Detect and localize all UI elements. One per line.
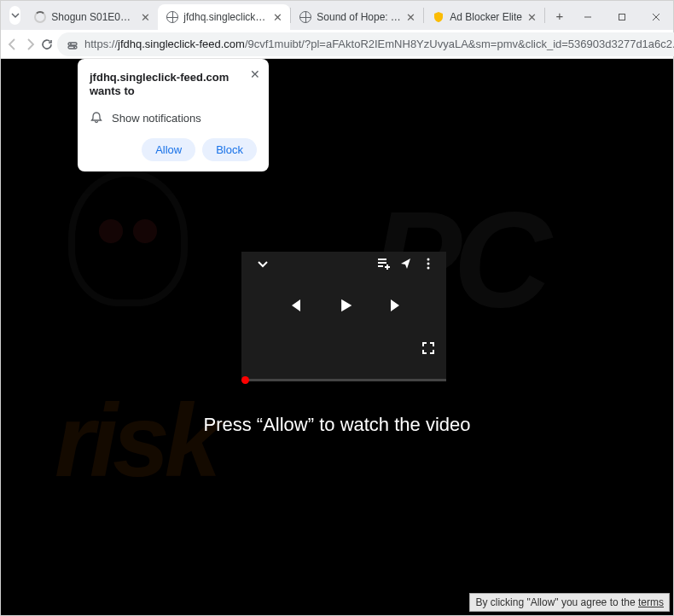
tab-separator <box>544 8 545 23</box>
tab-strip: Shogun S01E01.mp4 ✕ jfdhq.singleclick-fe… <box>26 1 571 30</box>
terms-footer: By clicking "Allow" you agree to the ter… <box>469 593 670 612</box>
share-icon[interactable] <box>397 254 415 273</box>
block-button[interactable]: Block <box>202 138 257 161</box>
svg-point-15 <box>427 259 430 261</box>
tab-title: Shogun S01E01.mp4 <box>51 11 136 23</box>
page-content: PC risk ✕ jfdhq.singleclick-feed.com wan… <box>1 59 673 615</box>
shield-icon <box>433 11 444 23</box>
site-settings-icon[interactable] <box>66 38 79 51</box>
video-player <box>241 252 446 380</box>
tab-title: Sound of Hope: The Story <box>317 11 401 23</box>
next-track-icon[interactable] <box>387 296 406 315</box>
new-tab-button[interactable]: + <box>549 4 571 26</box>
collapse-icon[interactable] <box>253 254 272 273</box>
progress-bar[interactable] <box>241 379 446 381</box>
svg-point-17 <box>427 267 430 270</box>
prompt-host: jfdhq.singleclick-feed.com <box>90 71 257 84</box>
reload-button[interactable] <box>40 32 54 56</box>
minimize-button[interactable] <box>571 4 605 30</box>
progress-handle[interactable] <box>241 376 249 384</box>
search-tabs-button[interactable] <box>9 6 20 25</box>
tab-title: Ad Blocker Elite <box>450 11 522 23</box>
bell-icon <box>90 111 103 125</box>
play-button[interactable] <box>336 296 355 315</box>
svg-point-4 <box>70 43 72 44</box>
tab-0[interactable]: Shogun S01E01.mp4 ✕ <box>26 4 158 30</box>
titlebar: Shogun S01E01.mp4 ✕ jfdhq.singleclick-fe… <box>1 1 673 30</box>
instruction-text: Press “Allow” to watch the video <box>1 414 673 436</box>
back-button[interactable] <box>6 32 20 56</box>
close-tab-icon[interactable]: ✕ <box>139 11 151 23</box>
terms-link[interactable]: terms <box>638 596 664 608</box>
svg-rect-2 <box>68 43 77 45</box>
fullscreen-icon[interactable] <box>419 339 438 357</box>
globe-icon <box>299 11 311 23</box>
globe-icon <box>166 11 178 23</box>
close-icon[interactable]: ✕ <box>250 67 260 81</box>
prompt-buttons: Allow Block <box>90 138 257 161</box>
toolbar: https://jfdhq.singleclick-feed.com/9cvf1… <box>1 30 673 59</box>
maximize-button[interactable] <box>605 4 639 30</box>
close-window-button[interactable] <box>639 4 673 30</box>
allow-button[interactable]: Allow <box>142 138 195 161</box>
tab-3[interactable]: Ad Blocker Elite ✕ <box>424 4 544 30</box>
close-tab-icon[interactable]: ✕ <box>271 11 283 23</box>
prompt-wants: wants to <box>90 84 257 97</box>
close-tab-icon[interactable]: ✕ <box>526 11 537 23</box>
svg-rect-1 <box>619 15 625 20</box>
url-text: https://jfdhq.singleclick-feed.com/9cvf1… <box>84 38 674 50</box>
address-bar[interactable]: https://jfdhq.singleclick-feed.com/9cvf1… <box>57 32 674 56</box>
svg-point-5 <box>73 46 75 48</box>
tab-1[interactable]: jfdhq.singleclick-feed.com/ ✕ <box>158 4 290 30</box>
forward-button[interactable] <box>23 32 37 56</box>
tab-2[interactable]: Sound of Hope: The Story ✕ <box>291 4 423 30</box>
loading-spinner-icon <box>34 11 46 23</box>
previous-track-icon[interactable] <box>285 296 304 315</box>
more-icon[interactable] <box>419 254 438 273</box>
close-tab-icon[interactable]: ✕ <box>404 11 416 23</box>
playlist-add-icon[interactable] <box>375 254 393 273</box>
svg-point-16 <box>427 263 430 265</box>
footer-text: By clicking "Allow" you agree to the <box>475 596 638 608</box>
browser-window: Shogun S01E01.mp4 ✕ jfdhq.singleclick-fe… <box>0 0 674 616</box>
permission-label: Show notifications <box>112 112 201 125</box>
svg-rect-3 <box>68 46 77 49</box>
tab-title: jfdhq.singleclick-feed.com/ <box>183 11 268 23</box>
notification-permission-prompt: ✕ jfdhq.singleclick-feed.com wants to Sh… <box>78 59 269 171</box>
permission-row: Show notifications <box>90 111 257 125</box>
window-controls <box>571 4 673 30</box>
